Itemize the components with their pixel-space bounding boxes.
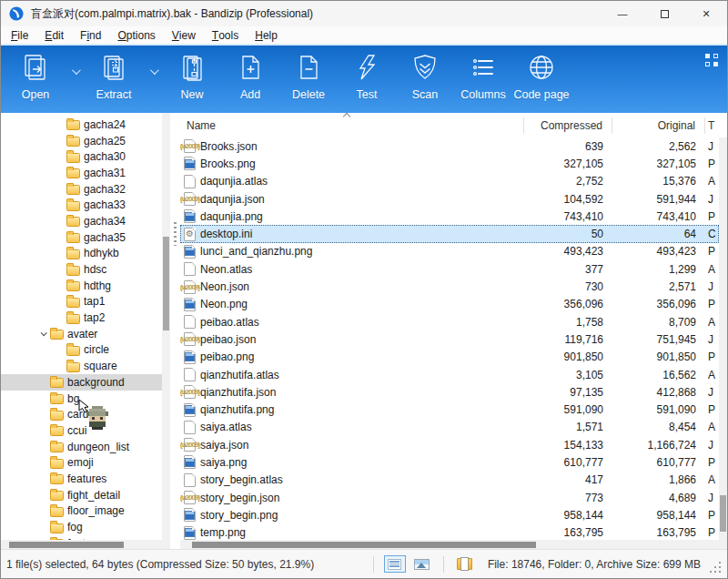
extract-dropdown-button[interactable]: [143, 53, 163, 89]
file-row-Neon.json[interactable]: Neon.json7302,571J: [180, 278, 719, 295]
sidebar-item-fight_detail[interactable]: fight_detail: [1, 487, 162, 503]
folder-label: dungeon_list: [67, 441, 129, 453]
new-button[interactable]: New: [163, 49, 221, 101]
menu-item-file[interactable]: File: [3, 26, 36, 44]
file-row-story_begin.atlas[interactable]: story_begin.atlas4171,866A: [180, 472, 719, 489]
file-row-Brooks.json[interactable]: Brooks.json6392,562J: [180, 137, 719, 155]
scan-button[interactable]: Scan: [396, 49, 454, 101]
file-row-story_begin.png[interactable]: story_begin.png958,144958,144P: [180, 506, 719, 523]
sidebar-item-avater[interactable]: avater: [1, 326, 162, 342]
sidebar-item-gacha35[interactable]: gacha35: [1, 229, 162, 246]
sidebar-item-gacha24[interactable]: gacha24: [1, 117, 162, 133]
extract-button[interactable]: Extract: [85, 49, 143, 101]
menu-item-find[interactable]: Find: [72, 26, 109, 44]
file-row-temp.png[interactable]: temp.png163,795163,795P: [180, 524, 719, 540]
chevron-down-icon[interactable]: [35, 327, 50, 341]
toolbar-overflow-icon[interactable]: [705, 54, 718, 66]
tree-horizontal-scrollbar[interactable]: [1, 540, 170, 549]
original-size: 493,423: [612, 245, 705, 258]
delete-button[interactable]: Delete: [279, 49, 338, 101]
tree-vertical-scrollbar[interactable]: [162, 113, 170, 540]
maximize-button[interactable]: [643, 1, 685, 26]
file-row-daqunjia.json[interactable]: daqunjia.json104,592591,944J: [180, 190, 719, 208]
file-row-qianzhutifa.png[interactable]: qianzhutifa.png591,090591,090P: [180, 401, 719, 418]
sidebar-item-tap1[interactable]: tap1: [1, 294, 162, 310]
sidebar-item-bg[interactable]: bg: [1, 391, 162, 407]
column-header-compressed[interactable]: Compressed: [524, 117, 612, 134]
pane-splitter[interactable]: [170, 113, 180, 549]
details-view-button[interactable]: [384, 555, 406, 573]
list-vertical-scrollbar[interactable]: [719, 137, 727, 540]
sidebar-item-fog[interactable]: fog: [1, 519, 162, 535]
file-row-saiya.json[interactable]: saiya.json154,1331,166,724J: [180, 436, 719, 453]
toolbar-button-label: Scan: [412, 88, 439, 101]
tree-vscroll-thumb[interactable]: [163, 237, 169, 330]
column-header-type[interactable]: T: [705, 117, 727, 134]
columns-button[interactable]: Columns: [454, 49, 512, 101]
menu-item-options[interactable]: Options: [109, 26, 163, 44]
sidebar-item-gacha30[interactable]: gacha30: [1, 148, 162, 165]
file-row-Brooks.png[interactable]: Brooks.png327,105327,105P: [180, 155, 719, 172]
folder-icon: [50, 411, 64, 421]
list-horizontal-scrollbar[interactable]: [180, 540, 727, 549]
menu-item-help[interactable]: Help: [247, 26, 286, 44]
sidebar-item-background[interactable]: background: [1, 374, 162, 391]
thumbnail-view-button[interactable]: [411, 555, 433, 573]
file-name: story_begin.atlas: [200, 473, 283, 486]
test-button[interactable]: Test: [338, 49, 396, 101]
file-type: J: [705, 439, 719, 452]
folder-icon: [50, 507, 64, 517]
sidebar-item-gacha33[interactable]: gacha33: [1, 197, 162, 213]
file-row-saiya.png[interactable]: saiya.png610,777610,777P: [180, 453, 719, 471]
open-archive-folder-button[interactable]: [454, 555, 476, 573]
png-file-icon: [184, 455, 196, 469]
sidebar-item-features[interactable]: features: [1, 471, 162, 487]
file-row-qianzhutifa.atlas[interactable]: qianzhutifa.atlas3,10516,562A: [180, 366, 719, 383]
folder-label: gacha35: [84, 231, 126, 244]
minimize-button[interactable]: —: [602, 1, 643, 26]
sidebar-item-hdhykb[interactable]: hdhykb: [1, 246, 162, 262]
file-row-lunci_and_qianzhu.png[interactable]: lunci_and_qianzhu.png493,423493,423P: [180, 243, 719, 260]
file-row-peibao.json[interactable]: peibao.json119,716751,945J: [180, 330, 719, 348]
sidebar-item-hdthg[interactable]: hdthg: [1, 278, 162, 294]
open-button[interactable]: Open: [6, 49, 65, 101]
sidebar-item-gacha31[interactable]: gacha31: [1, 165, 162, 181]
open-dropdown-button[interactable]: [65, 53, 85, 89]
sidebar-item-dungeon_list[interactable]: dungeon_list: [1, 439, 162, 455]
column-header-name[interactable]: Name: [180, 117, 524, 134]
sidebar-item-hdsc[interactable]: hdsc: [1, 261, 162, 278]
sidebar-item-gacha32[interactable]: gacha32: [1, 181, 162, 198]
menu-item-view[interactable]: View: [164, 26, 204, 44]
sidebar-item-ccui[interactable]: ccui: [1, 422, 162, 439]
list-hscroll-thumb[interactable]: [192, 542, 536, 548]
file-row-saiya.atlas[interactable]: saiya.atlas1,5718,454A: [180, 419, 719, 436]
file-row-daqunjia.atlas[interactable]: daqunjia.atlas2,75215,376A: [180, 173, 719, 190]
column-header-original[interactable]: Original: [612, 117, 705, 134]
file-row-qianzhutifa.json[interactable]: qianzhutifa.json97,135412,868J: [180, 383, 719, 401]
add-button[interactable]: Add: [221, 49, 279, 101]
file-row-Neon.atlas[interactable]: Neon.atlas3771,299A: [180, 260, 719, 278]
file-row-peibao.png[interactable]: peibao.png901,850901,850P: [180, 349, 719, 366]
menu-item-edit[interactable]: Edit: [36, 26, 72, 44]
file-row-Neon.png[interactable]: Neon.png356,096356,096P: [180, 296, 719, 313]
sidebar-item-square[interactable]: square: [1, 358, 162, 374]
original-size: 1,866: [612, 473, 705, 486]
close-button[interactable]: ✕: [685, 1, 727, 26]
sidebar-item-tap2[interactable]: tap2: [1, 310, 162, 326]
sidebar-item-floor_image[interactable]: floor_image: [1, 503, 162, 520]
file-row-desktop.ini[interactable]: desktop.ini5064C: [180, 225, 719, 242]
sidebar-item-emoji[interactable]: emoji: [1, 454, 162, 471]
file-row-peibao.atlas[interactable]: peibao.atlas1,7588,709A: [180, 313, 719, 330]
menu-item-tools[interactable]: Tools: [204, 26, 247, 44]
file-row-daqunjia.png[interactable]: daqunjia.png743,410743,410P: [180, 208, 719, 225]
sidebar-item-circle[interactable]: circle: [1, 342, 162, 359]
tree-hscroll-thumb[interactable]: [9, 542, 124, 548]
list-vscroll-thumb[interactable]: [720, 495, 726, 532]
sidebar-item-card[interactable]: card: [1, 406, 162, 422]
sidebar-item-gacha25[interactable]: gacha25: [1, 133, 162, 149]
original-size: 1,299: [612, 263, 705, 276]
sidebar-item-gacha34[interactable]: gacha34: [1, 213, 162, 229]
resize-grip[interactable]: [710, 561, 722, 573]
file-row-story_begin.json[interactable]: story_begin.json7734,689J: [180, 489, 719, 506]
code-page-button[interactable]: Code page: [512, 49, 571, 101]
